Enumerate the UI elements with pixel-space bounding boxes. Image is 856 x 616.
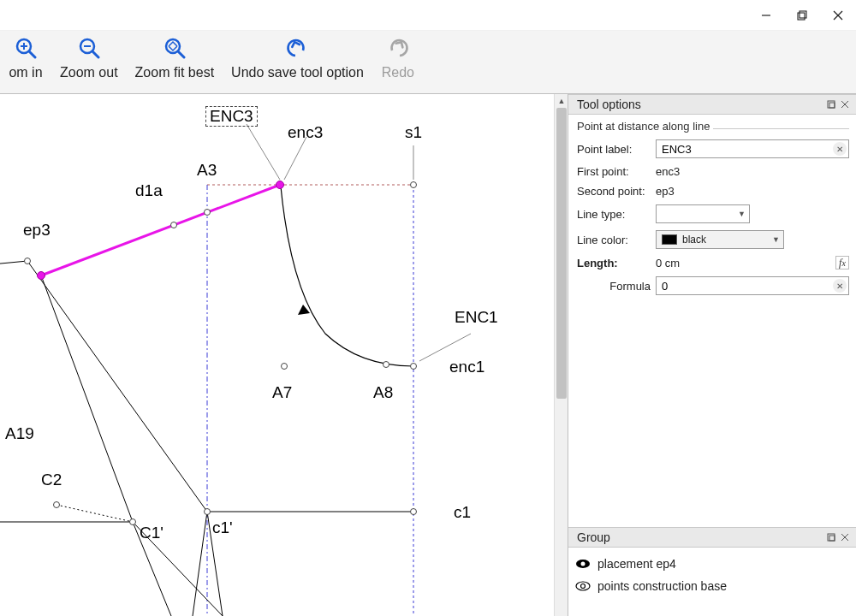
zoom-in-icon	[14, 36, 38, 60]
line-type-combo[interactable]: ▼	[656, 204, 750, 223]
second-point-lbl: Second point:	[577, 185, 656, 198]
point-label-lbl: Point label:	[577, 143, 656, 156]
point-label-ep3[interactable]: ep3	[23, 221, 51, 240]
eye-icon[interactable]	[575, 559, 591, 569]
panel-close-icon[interactable]	[839, 98, 851, 110]
tool-options-header[interactable]: Tool options	[568, 94, 856, 115]
svg-point-37	[25, 258, 31, 264]
group-panel-title: Group	[577, 530, 610, 544]
svg-rect-51	[829, 536, 835, 541]
scroll-up-icon[interactable]: ▲	[555, 94, 568, 108]
svg-point-44	[205, 509, 211, 515]
svg-point-45	[411, 509, 417, 515]
point-label-s1[interactable]: s1	[405, 123, 422, 142]
tool-options-legend: Point at distance along line	[577, 120, 713, 138]
point-label-enc3[interactable]: enc3	[288, 123, 323, 142]
point-label-enc1[interactable]: enc1	[449, 358, 484, 376]
point-label-ENC1[interactable]: ENC1	[455, 308, 498, 327]
formula-fx-button[interactable]: fx	[835, 256, 849, 270]
svg-line-30	[284, 137, 306, 180]
point-label-A7[interactable]: A7	[272, 383, 292, 402]
eye-outline-icon[interactable]	[575, 581, 591, 591]
window-minimize-button[interactable]	[748, 3, 784, 27]
point-label-C2[interactable]: C2	[41, 471, 62, 489]
undo-icon	[285, 36, 309, 60]
formula-lbl: Formula	[577, 280, 656, 293]
scroll-thumb[interactable]	[556, 108, 567, 399]
point-label-d1a[interactable]: d1a	[135, 181, 163, 200]
color-swatch	[662, 234, 677, 245]
svg-point-38	[411, 182, 417, 188]
line-type-lbl: Line type:	[577, 208, 656, 221]
tool-options-body: Point at distance along line Point label…	[568, 115, 856, 527]
point-label-C1p[interactable]: C1'	[140, 524, 163, 542]
chevron-down-icon: ▼	[738, 210, 746, 218]
svg-point-34	[38, 272, 45, 280]
svg-line-21	[56, 505, 133, 522]
right-pane: Tool options Point at distance along lin…	[568, 94, 856, 616]
svg-point-33	[276, 181, 284, 189]
redo-icon	[386, 36, 410, 60]
group-item[interactable]: points construction base	[575, 575, 849, 597]
formula-input[interactable]	[656, 276, 849, 295]
point-label-input[interactable]	[656, 139, 849, 158]
canvas-vertical-scrollbar[interactable]: ▲	[554, 94, 568, 616]
svg-line-18	[0, 261, 27, 265]
panel-float-icon[interactable]	[825, 531, 837, 543]
point-label-A8[interactable]: A8	[373, 383, 393, 402]
svg-point-39	[411, 364, 417, 370]
svg-rect-46	[828, 101, 835, 108]
svg-point-36	[171, 222, 177, 228]
zoom-out-icon	[77, 36, 101, 60]
zoom-fit-button[interactable]: Zoom fit best	[127, 36, 223, 80]
window-close-button[interactable]	[820, 3, 856, 27]
close-icon	[833, 10, 843, 21]
point-label-ENC3[interactable]: ENC3	[205, 106, 258, 127]
svg-point-42	[54, 502, 60, 508]
svg-rect-1	[798, 13, 805, 20]
zoom-in-button[interactable]: om in	[0, 36, 51, 80]
panel-float-icon[interactable]	[825, 98, 837, 110]
redo-label: Redo	[382, 65, 414, 80]
svg-point-41	[282, 364, 288, 370]
toolbar: om in Zoom out Zoom fit best Undo save t…	[0, 31, 856, 94]
minimize-icon	[761, 10, 771, 21]
group-item-label: placement ep4	[597, 557, 676, 571]
chevron-down-icon: ▼	[772, 235, 780, 244]
drawing-svg	[0, 94, 555, 616]
svg-point-56	[576, 582, 590, 590]
point-label-A19[interactable]: A19	[5, 424, 34, 443]
svg-point-55	[581, 562, 586, 566]
group-item-label: points construction base	[597, 579, 727, 593]
clear-icon[interactable]: ✕	[833, 279, 847, 293]
svg-rect-2	[800, 11, 806, 18]
svg-rect-50	[828, 534, 835, 541]
undo-button[interactable]: Undo save tool option	[223, 36, 372, 80]
line-color-combo[interactable]: black ▼	[656, 230, 784, 249]
zoom-out-button[interactable]: Zoom out	[51, 36, 127, 80]
window-maximize-button[interactable]	[784, 3, 820, 27]
maximize-icon	[797, 10, 807, 21]
group-panel-body: placement ep4 points construction base	[568, 548, 856, 616]
svg-line-6	[29, 51, 35, 57]
point-label-A3[interactable]: A3	[197, 161, 217, 180]
window-titlebar	[0, 0, 856, 31]
length-lbl: Length:	[577, 257, 656, 270]
svg-line-29	[247, 124, 280, 180]
group-item[interactable]: placement ep4	[575, 553, 849, 575]
group-panel-header[interactable]: Group	[568, 527, 856, 548]
clear-icon[interactable]: ✕	[833, 142, 847, 156]
redo-button[interactable]: Redo	[372, 36, 424, 80]
content-area: ENC3 enc3 s1 A3 d1a ep3 A19 C2 C1' c1' A…	[0, 94, 856, 616]
line-color-lbl: Line color:	[577, 234, 656, 246]
svg-line-13	[178, 51, 184, 57]
svg-point-57	[581, 584, 586, 589]
panel-close-icon[interactable]	[839, 531, 851, 543]
zoom-in-label: om in	[9, 65, 42, 80]
point-label-c1[interactable]: c1	[454, 503, 471, 522]
svg-point-43	[130, 519, 136, 525]
drawing-canvas[interactable]: ENC3 enc3 s1 A3 d1a ep3 A19 C2 C1' c1' A…	[0, 94, 568, 616]
tool-options-title: Tool options	[577, 98, 641, 111]
point-label-c1p[interactable]: c1'	[212, 518, 233, 537]
svg-point-35	[205, 210, 211, 216]
